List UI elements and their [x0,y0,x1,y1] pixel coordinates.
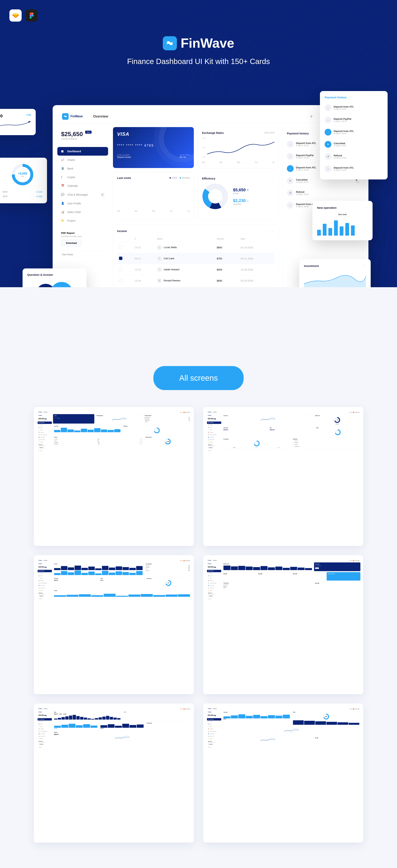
checkbox[interactable] [119,257,122,260]
nav-item[interactable]: 📅Calendar [37,431,52,434]
nav-item[interactable]: 📈Charts [207,572,221,575]
thumbnail-1[interactable]: FinWave ‹ Overview⚙🔔Stephen AustinFinWav… [34,407,194,546]
nav-item[interactable]: ▦Dashboard [207,570,221,572]
nav-item[interactable]: ₿Crypto [37,429,52,431]
nav-item-bank[interactable]: 🏦Bank [57,164,108,173]
nav-item[interactable]: ₿Crypto [207,725,221,728]
nav-item[interactable]: 📈Charts [37,720,52,723]
nav-item[interactable]: 📈Charts [207,424,221,426]
nav-item[interactable]: ▦Dashboard [37,570,52,572]
payment-row[interactable]: ↓Deposit from ATL5 march, 18:33 [324,163,383,175]
nav-item[interactable]: 📁Project [207,589,221,592]
more-icon[interactable]: ⋯ [362,264,366,268]
thumbnail-3[interactable]: FinWave ‹ Overview⚙🔔Stephen AustinFinWav… [34,555,194,694]
nav-item[interactable]: ₿Crypto [37,725,52,728]
nav-item[interactable]: ▦Dashboard [207,718,221,720]
nav-item[interactable]: ▦Dashboard [37,422,52,424]
nav-item[interactable]: 👤User Profile [37,584,52,587]
nav-item[interactable]: 📊Sales CRM [207,587,221,589]
all-screens-button[interactable]: All screens [153,366,244,390]
nav-item-calendar[interactable]: 📅Calendar [57,182,108,190]
more-icon[interactable]: ⋯ [364,206,368,210]
thumbnail-2[interactable]: FinWave ‹ Overview⚙🔔Stephen AustinFinWav… [203,407,363,546]
nav-item-chat-messages[interactable]: 💬Chat & Messages2 [57,190,108,199]
nav-item[interactable]: 📁Project [37,441,52,443]
nav-item[interactable]: 👤User Profile [207,733,221,735]
nav-item[interactable]: 👤User Profile [37,733,52,735]
nav-item[interactable]: ▦Dashboard [37,718,52,720]
nav-item[interactable]: 🏦Bank [37,723,52,725]
nav-item[interactable]: 📊Sales CRM [207,735,221,738]
download-button[interactable]: Download [61,240,82,246]
nav-item[interactable]: 🏦Bank [37,575,52,577]
nav-item[interactable]: ₿Crypto [37,577,52,580]
nav-item-charts[interactable]: 📈Charts [57,156,108,164]
nav-item[interactable]: 📁Project [37,738,52,740]
table-row[interactable]: OC03IIsaiah Howard$45012-30-2018 [117,264,275,275]
download-button[interactable]: Download [208,447,214,448]
nav-item[interactable]: 📁Project [207,441,221,443]
download-button[interactable]: Download [208,595,214,597]
nav-item[interactable]: ▦Dashboard [207,422,221,424]
nav-item[interactable]: 👤User Profile [207,436,221,438]
nav-item[interactable]: 📊Sales CRM [207,438,221,441]
payment-row[interactable]: ✕Cancelled5 march, 18:33 [324,138,383,151]
nav-item[interactable]: 🏦Bank [207,575,221,577]
thumbnail-5[interactable]: FinWave ‹ Overview⚙🔔Stephen AustinFinWav… [34,704,194,842]
more-icon[interactable]: ⋯ [271,229,275,233]
payment-row[interactable]: ↺Refund5 march, 18:33 [287,187,360,199]
nav-item[interactable]: 👤User Profile [37,436,52,438]
nav-item[interactable]: 📊Sales CRM [37,587,52,589]
payment-row[interactable]: ↓Deposit from ATL5 march, 18:33 [324,126,383,138]
nav-item[interactable]: ₿Crypto [207,429,221,431]
payment-row[interactable]: ↓Deposit PayPal5 march, 18:33 [324,114,383,126]
nav-item[interactable]: 📊Sales CRM [37,438,52,441]
nav-item[interactable]: 📅Calendar [207,728,221,730]
nav-item-sales-crm[interactable]: 📊Sales CRM [57,208,108,216]
nav-item[interactable]: 📁Project [207,738,221,740]
nav-item-crypto[interactable]: ₿Crypto [57,173,108,182]
nav-item[interactable]: 📅Calendar [207,431,221,434]
nav-item[interactable]: 📊Sales CRM [37,735,52,738]
dashboard-brand[interactable]: FinWave [62,113,83,120]
table-row[interactable]: OC04RRonald Reeves$89005-23-2018 [117,275,275,286]
nav-item[interactable]: 🏦Bank [37,426,52,429]
nav-item[interactable]: 💬Chat & Messages [37,730,52,733]
table-row[interactable]: OC05BBobby Holt$12006-07-2018 [117,286,275,287]
settings-icon[interactable]: ⚙ [308,113,315,120]
nav-item-user-profile[interactable]: 👤User Profile [57,199,108,208]
download-button[interactable]: Download [38,447,44,448]
nav-item[interactable]: 💬Chat & Messages [207,730,221,733]
nav-item[interactable]: 💬Chat & Messages [37,582,52,584]
dark-mode-toggle[interactable]: Dark Mode [57,250,108,259]
thumbnail-4[interactable]: FinWave ‹ Overview⚙🔔Stephen AustinFinWav… [203,555,363,694]
nav-item[interactable]: 📈Charts [207,720,221,723]
table-row[interactable]: BE02CCarl Lane$75004-11-2018 [117,253,275,264]
payment-row[interactable]: ↺Refund5 march, 18:33 [324,151,383,163]
nav-item[interactable]: 📁Project [37,589,52,592]
nav-item[interactable]: 🏦Bank [207,426,221,429]
download-button[interactable]: Download [208,743,214,745]
nav-item[interactable]: 💬Chat & Messages [207,434,221,436]
more-icon[interactable]: ⋯ [271,176,275,180]
chevron-left-icon[interactable]: ‹ [87,115,88,118]
nav-item[interactable]: 📈Charts [37,572,52,575]
nav-item[interactable]: 📅Calendar [37,728,52,730]
credit-card[interactable]: VISA **** **** **** 4765 CARD HOLDERStep… [113,127,194,168]
nav-item[interactable]: 👤User Profile [207,584,221,587]
nav-item[interactable]: 🏦Bank [207,723,221,725]
payment-row[interactable]: ↓Deposit from ATL5 march, 18:33 [324,102,383,114]
nav-item-dashboard[interactable]: ▦Dashboard [57,147,108,156]
nav-item[interactable]: 📅Calendar [207,580,221,582]
nav-item[interactable]: 💬Chat & Messages [207,582,221,584]
thumbnail-6[interactable]: FinWave ‹ Overview⚙🔔Stephen AustinFinWav… [203,704,363,842]
nav-item-project[interactable]: 📁Project [57,216,108,225]
nav-item[interactable]: 💬Chat & Messages [37,434,52,436]
checkbox[interactable] [119,246,122,249]
table-row[interactable]: OC01LLucas Wells$68001-10-2018 [117,242,275,253]
download-button[interactable]: Download [38,743,44,745]
nav-item[interactable]: 📅Calendar [37,580,52,582]
nav-item[interactable]: 📈Charts [37,424,52,426]
checkbox[interactable] [119,268,122,271]
tab-label[interactable]: New week [336,212,349,217]
